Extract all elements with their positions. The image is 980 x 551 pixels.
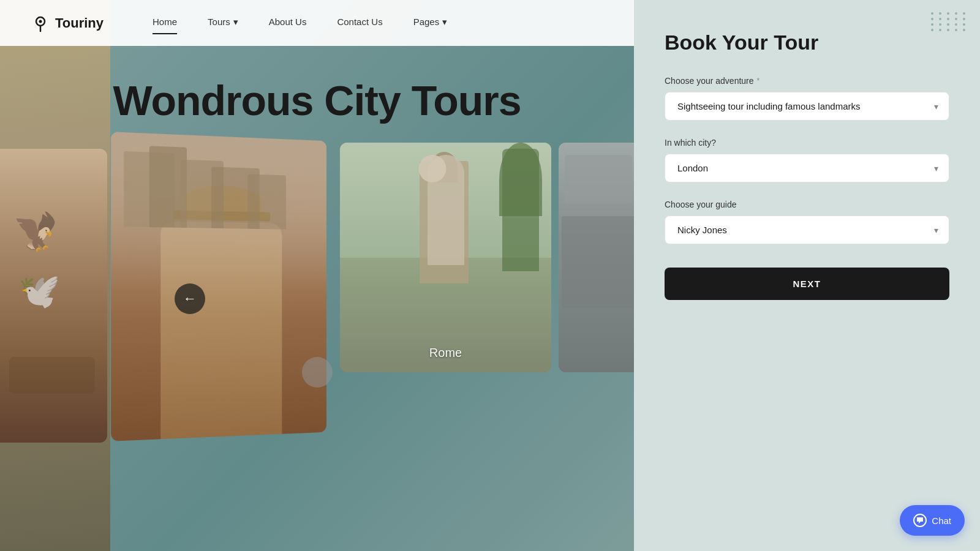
guide-select[interactable]: Nicky Jones James Smith Maria Garcia Tom… <box>665 216 949 244</box>
rome-label: Rome <box>429 346 462 360</box>
chat-label: Chat <box>932 515 951 526</box>
back-arrow-icon: ← <box>183 291 197 307</box>
logo: Touriny <box>31 13 104 33</box>
svg-point-1 <box>39 20 42 23</box>
adventure-label: Choose your adventure * <box>665 76 949 86</box>
booking-panel: Book Your Tour Choose your adventure * S… <box>634 0 980 551</box>
adventure-select-wrapper: Sightseeing tour including famous landma… <box>665 92 949 121</box>
main-site: Touriny Home Tours ▾ About Us Contact Us… <box>0 0 634 551</box>
tours-dropdown-icon: ▾ <box>233 17 238 28</box>
dots-pattern <box>931 12 968 31</box>
chat-button[interactable]: Chat <box>900 505 965 536</box>
nav-about[interactable]: About Us <box>269 17 307 29</box>
gallery-card-right <box>559 143 634 372</box>
nav-contact[interactable]: Contact Us <box>337 17 382 29</box>
nav-home[interactable]: Home <box>153 17 177 29</box>
city-label: In which city? <box>665 138 949 148</box>
nav-pages[interactable]: Pages ▾ <box>413 17 448 30</box>
nav-links: Home Tours ▾ About Us Contact Us Pages ▾ <box>153 17 603 30</box>
gallery: 🦅 🕊️ ← <box>0 149 634 406</box>
slide-dot <box>302 357 333 388</box>
gallery-card-center: Rome <box>340 143 551 372</box>
required-star: * <box>757 77 760 85</box>
logo-icon <box>31 13 50 33</box>
slide-indicator <box>302 357 333 388</box>
next-button[interactable]: NEXT <box>665 268 949 300</box>
chat-icon <box>913 514 927 527</box>
navbar: Touriny Home Tours ▾ About Us Contact Us… <box>0 0 634 46</box>
brand-name: Touriny <box>55 15 104 31</box>
nav-tours[interactable]: Tours ▾ <box>208 17 238 30</box>
city-select[interactable]: London Rome Paris Barcelona Amsterdam <box>665 154 949 182</box>
city-select-wrapper: London Rome Paris Barcelona Amsterdam ▾ <box>665 154 949 182</box>
guide-form-group: Choose your guide Nicky Jones James Smit… <box>665 200 949 244</box>
pages-dropdown-icon: ▾ <box>442 17 447 28</box>
guide-select-wrapper: Nicky Jones James Smith Maria Garcia Tom… <box>665 216 949 244</box>
adventure-select[interactable]: Sightseeing tour including famous landma… <box>665 92 949 121</box>
hero-title: Wondrous City Tours <box>0 46 634 143</box>
gallery-card-main <box>111 132 326 441</box>
gallery-card-left: 🦅 🕊️ <box>0 149 107 443</box>
booking-title: Book Your Tour <box>665 31 949 54</box>
back-button[interactable]: ← <box>175 283 205 314</box>
adventure-form-group: Choose your adventure * Sightseeing tour… <box>665 76 949 121</box>
city-form-group: In which city? London Rome Paris Barcelo… <box>665 138 949 182</box>
guide-label: Choose your guide <box>665 200 949 209</box>
